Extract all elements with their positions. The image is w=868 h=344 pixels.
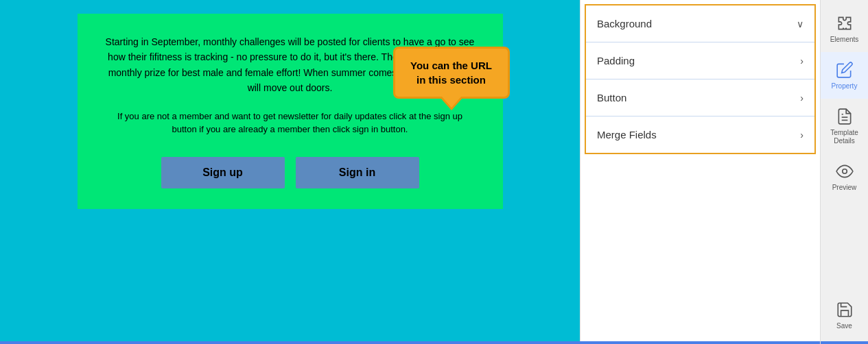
sidebar-item-property[interactable]: Property xyxy=(821,52,868,99)
sidebar-item-elements[interactable]: Elements xyxy=(821,5,868,52)
sidebar-item-template-details[interactable]: Template Details xyxy=(821,99,868,153)
pencil-icon xyxy=(835,60,854,79)
preview-label: Preview xyxy=(832,184,857,192)
sidebar-icons-wrapper: Elements Property xyxy=(821,5,868,344)
tooltip-text: You can the URL in this section xyxy=(410,60,492,86)
signin-button[interactable]: Sign in xyxy=(296,157,419,188)
right-panel: Background ∨ Padding › Button › Merge Fi… xyxy=(580,0,868,344)
sidebar-item-save[interactable]: Save xyxy=(821,292,868,341)
button-chevron: › xyxy=(800,93,804,103)
membership-text: If you are not a member and want to get … xyxy=(105,110,476,136)
merge-fields-chevron: › xyxy=(800,130,804,140)
padding-row[interactable]: Padding › xyxy=(586,42,814,79)
sidebar-bottom-bar xyxy=(821,341,868,344)
padding-chevron: › xyxy=(800,56,804,66)
button-label: Button xyxy=(597,92,626,103)
elements-label: Elements xyxy=(830,36,859,44)
bottom-bar xyxy=(0,341,820,344)
svg-point-3 xyxy=(842,169,847,174)
canvas-area: Starting in September, monthly challenge… xyxy=(0,0,580,344)
sidebar-item-preview[interactable]: Preview xyxy=(821,153,868,200)
signup-button[interactable]: Sign up xyxy=(161,157,285,188)
save-label: Save xyxy=(836,322,852,330)
eye-icon xyxy=(835,162,854,181)
properties-panel: Background ∨ Padding › Button › Merge Fi… xyxy=(580,0,820,344)
background-chevron: ∨ xyxy=(797,19,804,29)
sidebar-icons-top: Elements Property xyxy=(821,5,868,292)
merge-fields-row[interactable]: Merge Fields › xyxy=(586,116,814,153)
background-row[interactable]: Background ∨ xyxy=(586,5,814,42)
button-row-prop[interactable]: Button › xyxy=(586,79,814,116)
merge-fields-label: Merge Fields xyxy=(597,129,657,140)
document-icon xyxy=(835,107,854,126)
template-details-label: Template Details xyxy=(825,129,864,145)
content-block: Starting in September, monthly challenge… xyxy=(78,14,503,209)
properties-section: Background ∨ Padding › Button › Merge Fi… xyxy=(585,4,816,154)
property-label: Property xyxy=(832,82,858,90)
button-row: Sign up Sign in xyxy=(105,157,476,188)
puzzle-icon xyxy=(835,14,854,33)
padding-label: Padding xyxy=(597,55,635,66)
save-icon xyxy=(835,300,854,319)
background-label: Background xyxy=(597,18,652,29)
tooltip-bubble: You can the URL in this section xyxy=(393,47,510,99)
sidebar-icons: Elements Property xyxy=(820,0,868,344)
